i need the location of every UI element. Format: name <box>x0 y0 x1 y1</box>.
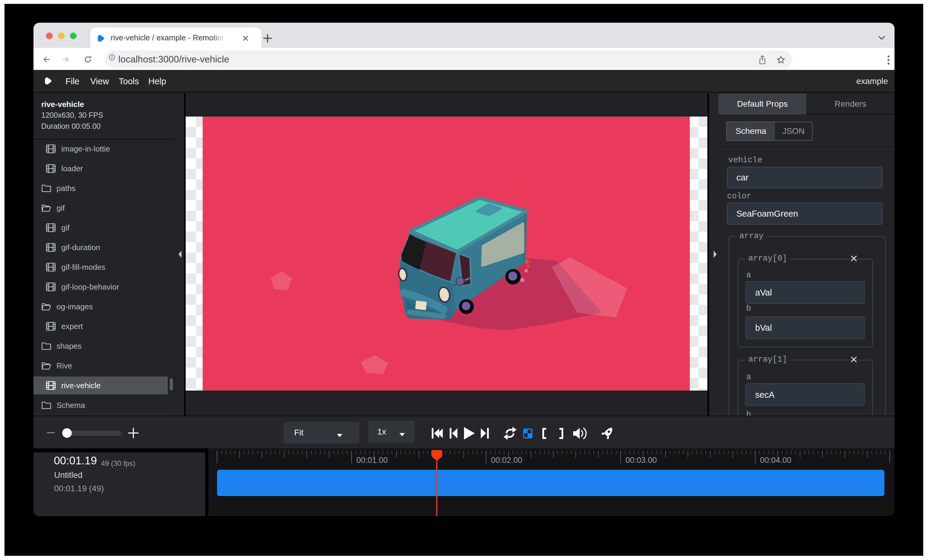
svg-text:00:03.00: 00:03.00 <box>626 456 657 465</box>
svg-text:00:01.00: 00:01.00 <box>356 456 388 465</box>
svg-text:00:02.00: 00:02.00 <box>491 456 522 465</box>
svg-text:00:04.00: 00:04.00 <box>760 456 791 465</box>
